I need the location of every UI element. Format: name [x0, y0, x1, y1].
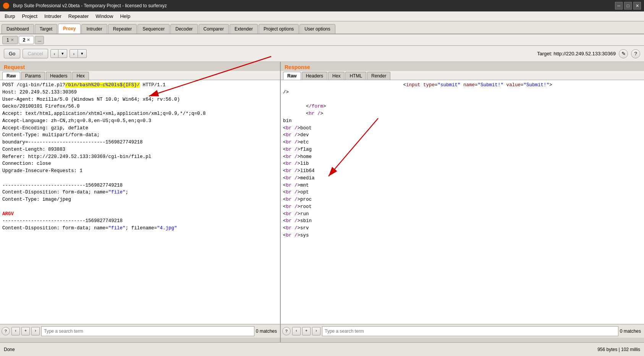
request-title: Request	[0, 62, 280, 71]
request-tab-raw[interactable]: Raw	[2, 72, 20, 80]
back-dropdown-button[interactable]: ▾	[58, 49, 67, 58]
response-br-proc: <br />proc	[283, 196, 642, 203]
titlebar: Burp Suite Professional v2.0beta - Tempo…	[0, 0, 644, 11]
request-content[interactable]: POST /cgi-bin/file.pl?/bin/bash%20-c%20l…	[0, 80, 280, 324]
request-search-help-button[interactable]: ?	[2, 327, 10, 335]
minimize-button[interactable]: ─	[615, 2, 623, 10]
menubar: Burp Project Intruder Repeater Window He…	[0, 11, 644, 21]
sub-tab-2[interactable]: 2 ✕	[19, 36, 34, 44]
response-tab-headers[interactable]: Headers	[302, 72, 327, 80]
request-search-fwd-button[interactable]: ›	[31, 327, 40, 335]
sub-tab-more[interactable]: ...	[35, 36, 44, 44]
highlighted-url: /bin/bash%20-c%20ls${IFS}/	[65, 82, 140, 88]
request-matches-label: 0 matches	[256, 329, 278, 334]
burp-logo-icon	[3, 3, 9, 9]
status-info: 956 bytes | 102 millis	[597, 347, 640, 352]
response-search-next-button[interactable]: +	[302, 327, 311, 335]
tab-intruder[interactable]: Intruder	[81, 24, 107, 34]
tab-comparer[interactable]: Comparer	[199, 24, 229, 34]
request-tab-params[interactable]: Params	[21, 72, 45, 80]
request-gecko: Gecko/20100101 Firefox/56.0	[2, 103, 278, 110]
response-search-input[interactable]	[322, 326, 618, 336]
response-tab-render[interactable]: Render	[367, 72, 390, 80]
tab-target[interactable]: Target	[35, 24, 57, 34]
response-br-opt: <br />opt	[283, 189, 642, 196]
sub-tab-1-close[interactable]: ✕	[11, 38, 14, 42]
request-search-bar: ? ‹ + › 0 matches	[0, 324, 280, 338]
response-search-fwd-button[interactable]: ›	[312, 327, 320, 335]
edit-target-button[interactable]: ✎	[619, 49, 628, 58]
response-tab-raw[interactable]: Raw	[283, 72, 301, 80]
titlebar-left: Burp Suite Professional v2.0beta - Tempo…	[3, 3, 167, 9]
menu-intruder[interactable]: Intruder	[41, 13, 65, 20]
main-tab-bar: Dashboard Target Proxy Intruder Repeater…	[0, 21, 644, 34]
request-argv: ARGV	[2, 211, 278, 218]
request-disp2: Content-Disposition: form-data; name="fi…	[2, 225, 278, 232]
statusbar: Done 956 bytes | 102 millis	[0, 342, 644, 356]
request-line: POST /cgi-bin/file.pl?/bin/bash%20-c%20l…	[2, 82, 278, 89]
menu-help[interactable]: Help	[117, 13, 133, 20]
sub-tab-2-close[interactable]: ✕	[27, 38, 30, 42]
content-area: Request Raw Params Headers Hex POST /cgi…	[0, 62, 644, 342]
request-sep1: -----------------------------15698277492…	[2, 182, 278, 189]
maximize-button[interactable]: □	[624, 2, 632, 10]
response-panel: Response Raw Headers Hex HTML Render <in…	[281, 62, 644, 342]
forward-button[interactable]: ›	[70, 49, 78, 58]
request-content-length: Content-Length: 893883	[2, 146, 278, 153]
response-search-prev-button[interactable]: ‹	[292, 327, 301, 335]
response-hr: <hr />	[306, 110, 642, 118]
menu-burp[interactable]: Burp	[2, 13, 18, 20]
tab-extender[interactable]: Extender	[230, 24, 258, 34]
response-content[interactable]: <input type="submit" name="Submit!" valu…	[281, 80, 644, 324]
cancel-button[interactable]: Cancel	[23, 49, 48, 58]
request-search-input[interactable]	[41, 326, 254, 336]
titlebar-title: Burp Suite Professional v2.0beta - Tempo…	[13, 3, 167, 8]
response-tab-hex[interactable]: Hex	[328, 72, 345, 80]
go-button[interactable]: Go	[4, 49, 20, 58]
back-button[interactable]: ‹	[50, 49, 59, 58]
response-matches-label: 0 matches	[620, 329, 642, 334]
request-tab-headers[interactable]: Headers	[46, 72, 71, 80]
target-label: Target: http://220.249.52.133:30369	[537, 51, 616, 56]
response-br-srv: <br />srv	[283, 225, 642, 232]
response-title: Response	[281, 62, 644, 71]
tab-proxy[interactable]: Proxy	[58, 24, 81, 34]
response-tab-bar: Raw Headers Hex HTML Render	[281, 71, 644, 80]
response-search-help-button[interactable]: ?	[282, 327, 291, 335]
request-accept: Accept: text/html,application/xhtml+xml,…	[2, 110, 278, 118]
target-info: Target: http://220.249.52.133:30369 ✎ ?	[537, 49, 640, 58]
request-accept-enc: Accept-Encoding: gzip, deflate	[2, 125, 278, 132]
response-br-root: <br />root	[283, 203, 642, 211]
menu-repeater[interactable]: Repeater	[65, 13, 92, 20]
menu-project[interactable]: Project	[19, 13, 40, 20]
request-tab-hex[interactable]: Hex	[72, 72, 89, 80]
forward-nav-group: › ▾	[70, 49, 87, 58]
close-button[interactable]: ✕	[633, 2, 641, 10]
response-br-dev: <br />dev	[283, 132, 642, 139]
tab-dashboard[interactable]: Dashboard	[2, 24, 34, 34]
response-br-lib64: <br />lib64	[283, 168, 642, 175]
tab-repeater[interactable]: Repeater	[108, 24, 137, 34]
toolbar: Go Cancel ‹ ▾ › ▾ Target: http://220.249…	[0, 46, 644, 62]
request-panel: Request Raw Params Headers Hex POST /cgi…	[0, 62, 281, 342]
forward-dropdown-button[interactable]: ▾	[78, 49, 87, 58]
tab-sequencer[interactable]: Sequencer	[138, 24, 170, 34]
response-tab-html[interactable]: HTML	[345, 72, 366, 80]
menu-window[interactable]: Window	[92, 13, 116, 20]
request-search-next-button[interactable]: +	[21, 327, 30, 335]
request-connection: Connection: close	[2, 160, 278, 168]
repeater-tab-bar: 1 ✕ 2 ✕ ...	[0, 34, 644, 46]
response-br-boot: <br />boot	[283, 125, 642, 132]
request-search-prev-button[interactable]: ‹	[11, 327, 20, 335]
tab-decoder[interactable]: Decoder	[170, 24, 197, 34]
sub-tab-1[interactable]: 1 ✕	[2, 36, 18, 44]
request-boundary: boundary=---------------------------1569…	[2, 139, 278, 146]
response-br-run: <br />run	[283, 211, 642, 218]
tab-user-options[interactable]: User options	[299, 24, 335, 34]
tab-project-options[interactable]: Project options	[259, 24, 299, 34]
request-host: Host: 220.249.52.133:30369	[2, 89, 278, 96]
response-br-home: <br />home	[283, 153, 642, 161]
response-input-line: <input type="submit" name="Submit!" valu…	[314, 82, 642, 89]
help-button[interactable]: ?	[631, 49, 640, 58]
response-br-sbin: <br />sbin	[283, 217, 642, 225]
